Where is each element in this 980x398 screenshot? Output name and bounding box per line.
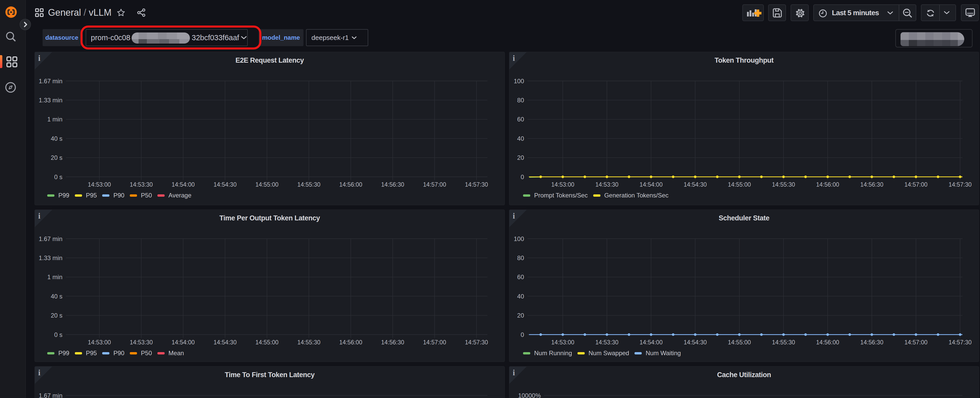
svg-text:40: 40	[517, 135, 524, 142]
svg-text:14:53:30: 14:53:30	[130, 181, 153, 188]
svg-text:14:54:00: 14:54:00	[640, 339, 663, 346]
svg-text:0 s: 0 s	[54, 331, 62, 338]
svg-text:40 s: 40 s	[51, 135, 62, 142]
svg-text:60: 60	[517, 273, 524, 281]
svg-text:14:54:30: 14:54:30	[213, 339, 237, 346]
svg-text:14:55:00: 14:55:00	[728, 181, 751, 188]
svg-text:14:53:30: 14:53:30	[130, 339, 153, 346]
svg-text:14:56:30: 14:56:30	[860, 181, 883, 188]
svg-text:14:57:00: 14:57:00	[423, 181, 446, 188]
svg-text:1.67 min: 1.67 min	[39, 78, 62, 84]
svg-text:14:54:00: 14:54:00	[640, 181, 663, 188]
svg-text:0 s: 0 s	[54, 173, 62, 181]
svg-text:14:55:00: 14:55:00	[255, 181, 279, 188]
svg-text:14:54:00: 14:54:00	[172, 181, 195, 188]
svg-text:14:54:30: 14:54:30	[213, 181, 237, 188]
svg-text:14:57:30: 14:57:30	[465, 181, 488, 188]
svg-text:14:56:00: 14:56:00	[816, 181, 839, 188]
svg-text:14:54:30: 14:54:30	[684, 181, 707, 188]
svg-text:14:53:30: 14:53:30	[595, 181, 619, 188]
svg-text:14:56:00: 14:56:00	[339, 339, 363, 346]
svg-text:1.33 min: 1.33 min	[39, 254, 62, 262]
svg-text:1 min: 1 min	[47, 116, 62, 123]
svg-text:40: 40	[517, 293, 524, 300]
svg-text:20: 20	[517, 154, 524, 161]
svg-text:1.67 min: 1.67 min	[39, 392, 62, 398]
svg-text:1 min: 1 min	[47, 273, 62, 281]
svg-text:14:53:00: 14:53:00	[88, 339, 111, 346]
svg-text:0: 0	[521, 173, 524, 181]
svg-text:20 s: 20 s	[51, 312, 62, 319]
svg-text:14:57:30: 14:57:30	[948, 181, 972, 188]
svg-text:20: 20	[517, 312, 524, 319]
svg-text:14:55:30: 14:55:30	[297, 339, 320, 346]
svg-text:14:53:30: 14:53:30	[595, 339, 619, 346]
svg-text:14:55:30: 14:55:30	[772, 181, 795, 188]
svg-text:1.67 min: 1.67 min	[39, 235, 62, 242]
svg-text:14:57:00: 14:57:00	[904, 181, 928, 188]
svg-text:100: 100	[514, 78, 524, 84]
svg-text:14:55:00: 14:55:00	[728, 339, 751, 346]
svg-text:14:56:30: 14:56:30	[860, 339, 883, 346]
svg-text:14:56:00: 14:56:00	[339, 181, 363, 188]
svg-text:14:53:00: 14:53:00	[551, 181, 574, 188]
svg-text:14:56:00: 14:56:00	[816, 339, 839, 346]
svg-text:14:54:30: 14:54:30	[684, 339, 707, 346]
svg-text:1.33 min: 1.33 min	[39, 97, 62, 104]
svg-text:14:57:00: 14:57:00	[904, 339, 928, 346]
svg-text:10000%: 10000%	[518, 392, 541, 398]
svg-text:14:57:30: 14:57:30	[465, 339, 488, 346]
svg-text:14:55:00: 14:55:00	[255, 339, 279, 346]
svg-text:14:55:30: 14:55:30	[772, 339, 795, 346]
svg-text:20 s: 20 s	[51, 154, 62, 161]
svg-text:80: 80	[517, 254, 524, 262]
svg-text:80: 80	[517, 97, 524, 104]
svg-text:0: 0	[521, 331, 524, 338]
svg-text:14:55:30: 14:55:30	[297, 181, 320, 188]
svg-text:14:56:30: 14:56:30	[381, 181, 404, 188]
svg-text:14:53:00: 14:53:00	[551, 339, 574, 346]
svg-text:100: 100	[514, 235, 524, 242]
svg-text:14:57:30: 14:57:30	[948, 339, 972, 346]
svg-text:40 s: 40 s	[51, 293, 62, 300]
svg-text:14:53:00: 14:53:00	[88, 181, 111, 188]
svg-text:14:56:30: 14:56:30	[381, 339, 404, 346]
svg-text:14:57:00: 14:57:00	[423, 339, 446, 346]
svg-text:14:54:00: 14:54:00	[172, 339, 195, 346]
svg-text:60: 60	[517, 116, 524, 123]
